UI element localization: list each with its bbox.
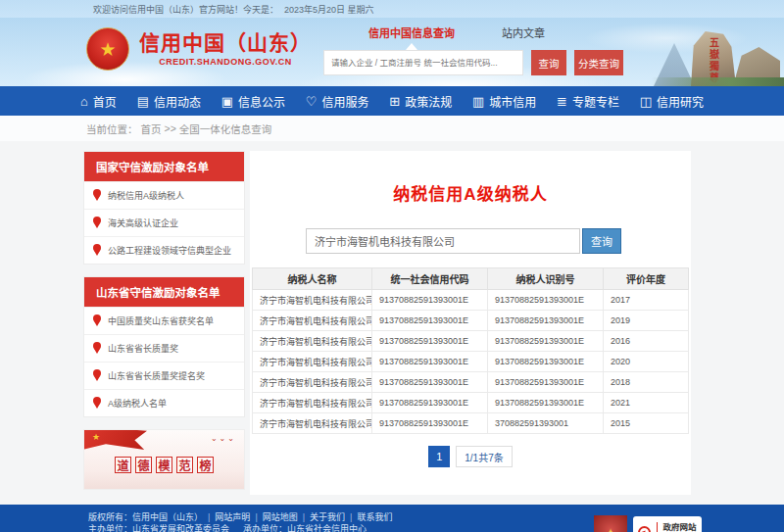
sidebar-item-label: 纳税信用A级纳税人 xyxy=(108,189,184,202)
footer: 版权所有：信用中国（山东） 网站声明 网站地图 关于我们 联系我们 主办单位：山… xyxy=(0,505,784,532)
category-query-button[interactable]: 分类查询 xyxy=(574,50,623,75)
sidebar-item[interactable]: A级纳税人名单 xyxy=(84,389,244,416)
cell-taxpayer-id: 91370882591393001E xyxy=(488,352,604,372)
cell-credit-code: 91370882591393001E xyxy=(372,393,488,413)
cell-credit-code: 91370882591393001E xyxy=(372,352,488,372)
tab-site-articles[interactable]: 站内文章 xyxy=(502,24,545,40)
sidebar-section-province: 山东省守信激励对象名单 中国质量奖山东省获奖名单 山东省省长质量奖 山东省省长质… xyxy=(83,276,245,417)
sidebar-section-national: 国家守信激励对象名单 纳税信用A级纳税人 海关高级认证企业 公路工程建设领域守信… xyxy=(83,151,245,265)
nav-item-credit-news[interactable]: ▤ 信用动态 xyxy=(137,93,201,110)
pagination: 1 1/1共7条 xyxy=(250,446,691,467)
nav-item-credit-research[interactable]: ◫ 信用研究 xyxy=(640,93,704,110)
welcome-text: 欢迎访问信用中国（山东）官方网站！今天是： xyxy=(93,3,278,16)
nav-item-info-publicity[interactable]: ▣ 信息公示 xyxy=(221,93,285,110)
sidebar-section-title: 国家守信激励对象名单 xyxy=(84,152,244,181)
sidebar-item[interactable]: 山东省省长质量奖 xyxy=(84,334,244,362)
nav-item-label: 信息公示 xyxy=(238,93,285,110)
current-date: 2023年5月20日 星期六 xyxy=(284,3,374,16)
nav-item-label: 政策法规 xyxy=(405,93,452,110)
tab-credit-info-query[interactable]: 信用中国信息查询 xyxy=(368,24,455,40)
cell-credit-code: 91370882591393001E xyxy=(372,290,488,311)
banner-char: 范 xyxy=(176,457,193,473)
col-header-credit-code: 统一社会信用代码 xyxy=(372,268,488,290)
col-header-taxpayer-name: 纳税人名称 xyxy=(253,268,372,290)
nav-item-icon: ▥ xyxy=(472,95,484,108)
nav-item-home[interactable]: ⌂ 首页 xyxy=(80,93,117,110)
footer-link[interactable]: 关于我们 xyxy=(298,511,345,523)
cell-credit-code: 91370882591393001E xyxy=(372,311,488,331)
cell-taxpayer-id: 91370882591393001E xyxy=(488,393,604,413)
welcome-bar: 欢迎访问信用中国（山东）官方网站！今天是： 2023年5月20日 星期六 xyxy=(0,0,784,18)
moral-model-banner[interactable]: ★ ⌄⌄⌄ 道 德 模 范 榜 xyxy=(83,429,245,490)
cell-taxpayer-name: 济宁市海智机电科技有限公司 xyxy=(253,311,372,331)
table-row: 济宁市海智机电科技有限公司 91370882591393001E 9137088… xyxy=(253,352,689,372)
nav-item-icon: ▤ xyxy=(137,95,149,108)
cell-eval-year: 2017 xyxy=(604,290,689,311)
nav-item-label: 信用动态 xyxy=(154,93,201,110)
breadcrumb-home-link[interactable]: 首页 xyxy=(141,121,162,136)
table-row: 济宁市海智机电科技有限公司 91370882591393001E 9137088… xyxy=(253,290,689,311)
breadcrumb-label: 当前位置： xyxy=(86,121,138,136)
brand-text: 信用中国（山东） CREDIT.SHANDONG.GOV.CN xyxy=(139,31,312,67)
results-table: 纳税人名称 统一社会信用代码 纳税人识别号 评价年度 济宁市海智机电科技有限公司… xyxy=(252,267,689,434)
banner-char: 榜 xyxy=(197,457,214,473)
nav-item-special-column[interactable]: ≣ 专题专栏 xyxy=(557,93,619,110)
nav-item-label: 信用研究 xyxy=(657,93,704,110)
gov-badge-line1: 政府网站 xyxy=(662,522,696,532)
header-search-row: 查询 分类查询 xyxy=(323,50,623,75)
cell-eval-year: 2016 xyxy=(604,331,689,352)
header-query-button[interactable]: 查询 xyxy=(531,50,566,75)
nav-item-credit-service[interactable]: ♡ 信用服务 xyxy=(306,93,369,110)
cell-taxpayer-id: 91370882591393001E xyxy=(488,331,604,352)
cell-eval-year: 2020 xyxy=(604,352,689,372)
sidebar-item[interactable]: 纳税信用A级纳税人 xyxy=(84,181,244,209)
footer-link[interactable]: 网站地图 xyxy=(250,511,297,523)
birds-icon: ⌄⌄⌄ xyxy=(211,434,236,443)
header-search-input[interactable] xyxy=(323,50,523,75)
flag-star-icon: ★ xyxy=(92,432,100,442)
site-title: 信用中国（山东） xyxy=(139,31,312,55)
sidebar-item[interactable]: 公路工程建设领域守信典型企业 xyxy=(84,236,244,264)
search-tabs: 信用中国信息查询 站内文章 xyxy=(323,22,623,43)
cell-eval-year: 2015 xyxy=(604,413,689,434)
sidebar-item-label: 中国质量奖山东省获奖名单 xyxy=(108,314,214,327)
main-panel: 纳税信用A级纳税人 查询 纳税人名称 统一社会信用代码 纳税人识别号 评价年度 xyxy=(250,151,691,495)
credit-shield-badge[interactable]: ✦ xyxy=(594,515,627,532)
footer-link[interactable]: 网站声明 xyxy=(203,511,250,523)
content-area: 国家守信激励对象名单 纳税信用A级纳税人 海关高级认证企业 公路工程建设领域守信… xyxy=(0,141,784,505)
sidebar: 国家守信激励对象名单 纳税信用A级纳税人 海关高级认证企业 公路工程建设领域守信… xyxy=(83,151,245,505)
magnifier-icon xyxy=(638,526,651,532)
medal-icon xyxy=(93,369,101,382)
site-url: CREDIT.SHANDONG.GOV.CN xyxy=(139,57,312,67)
nav-item-icon: ⌂ xyxy=(80,95,88,108)
banner-title: 道 德 模 范 榜 xyxy=(113,457,216,473)
sidebar-item[interactable]: 中国质量奖山东省获奖名单 xyxy=(84,307,244,334)
cell-taxpayer-name: 济宁市海智机电科技有限公司 xyxy=(253,393,372,413)
nav-item-icon: ⊞ xyxy=(389,95,400,108)
cell-taxpayer-id: 91370882591393001E xyxy=(488,290,604,311)
taxpayer-search-input[interactable] xyxy=(306,228,580,254)
cell-taxpayer-name: 济宁市海智机电科技有限公司 xyxy=(253,331,372,352)
sidebar-item[interactable]: 海关高级认证企业 xyxy=(84,209,244,236)
undertaker-text: 承办单位：山东省社会信用中心 xyxy=(243,523,367,532)
sidebar-item[interactable]: 山东省省长质量奖提名奖 xyxy=(84,362,244,389)
page-count-info: 1/1共7条 xyxy=(456,446,512,467)
site-logo[interactable]: ★ 信用中国（山东） CREDIT.SHANDONG.GOV.CN xyxy=(86,27,312,71)
cell-eval-year: 2019 xyxy=(604,311,689,331)
nav-item-policy[interactable]: ⊞ 政策法规 xyxy=(389,93,452,110)
sidebar-item-label: 山东省省长质量奖 xyxy=(108,342,178,355)
footer-link[interactable]: 联系我们 xyxy=(345,511,392,523)
taxpayer-query-button[interactable]: 查询 xyxy=(582,228,621,254)
nav-item-label: 城市信用 xyxy=(489,93,536,110)
table-row: 济宁市海智机电科技有限公司 91370882591393001E 9137088… xyxy=(253,393,689,413)
sidebar-item-label: A级纳税人名单 xyxy=(108,397,167,410)
breadcrumb-separator: >> xyxy=(165,122,176,134)
nav-item-city-credit[interactable]: ▥ 城市信用 xyxy=(472,93,536,110)
nav-item-icon: ◫ xyxy=(640,95,652,108)
table-header-row: 纳税人名称 统一社会信用代码 纳税人识别号 评价年度 xyxy=(253,268,689,290)
medal-icon xyxy=(93,217,101,229)
main-nav: ⌂ 首页 ▤ 信用动态 ▣ 信息公示 ♡ 信用服务 ⊞ 政策法规 xyxy=(0,86,784,116)
gov-site-error-badge[interactable]: 政府网站 找错 xyxy=(633,516,702,532)
page-number-current[interactable]: 1 xyxy=(428,446,450,467)
medal-icon xyxy=(93,342,101,355)
